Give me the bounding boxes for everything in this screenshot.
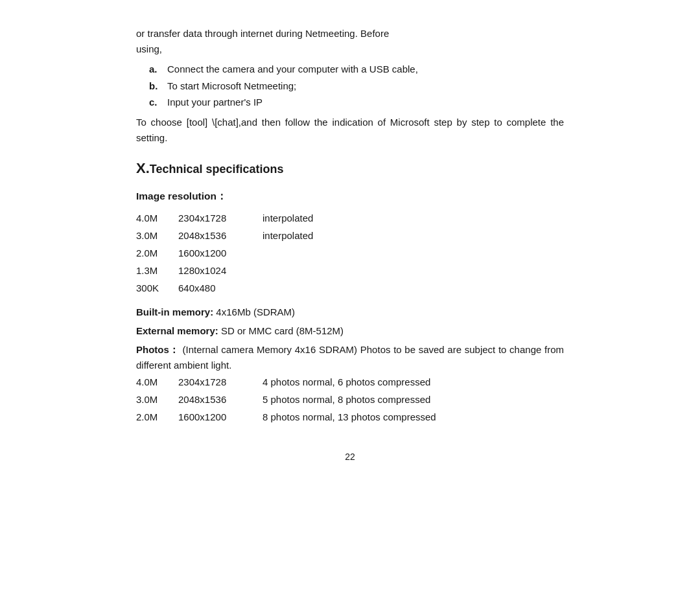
photos-mp-1: 3.0M: [136, 391, 178, 408]
res-mp-3: 1.3M: [136, 262, 178, 279]
photos-row-1: 3.0M 2048x1536 5 photos normal, 8 photos…: [136, 391, 564, 408]
res-dim-1: 2048x1536: [178, 227, 262, 244]
photos-mp-2: 2.0M: [136, 408, 178, 426]
photos-paragraph: Photos： (Internal camera Memory 4x16 SDR…: [136, 342, 564, 373]
resolution-row-0: 4.0M 2304x1728 interpolated: [136, 209, 564, 227]
follow-text: To choose [tool] \[chat],and then follow…: [136, 117, 564, 143]
photos-section: Photos： (Internal camera Memory 4x16 SDR…: [136, 342, 564, 426]
photos-desc-2: 8 photos normal, 13 photos compressed: [262, 408, 564, 426]
list-item-b: b. To start Microsoft Netmeeting;: [149, 78, 564, 95]
res-mp-1: 3.0M: [136, 227, 178, 244]
page-container: or transfer data through internet during…: [97, 0, 603, 501]
list-content-b: To start Microsoft Netmeeting;: [167, 78, 564, 95]
external-memory-value: SD or MMC card (8M-512M): [218, 325, 344, 336]
photos-mp-0: 4.0M: [136, 373, 178, 391]
list-label-b: b.: [149, 78, 167, 95]
photos-row-2: 2.0M 1600x1200 8 photos normal, 13 photo…: [136, 408, 564, 426]
builtin-memory-label: Built-in memory:: [136, 306, 213, 317]
photos-dim-2: 1600x1200: [178, 408, 262, 426]
list-label-a: a.: [149, 61, 167, 78]
res-mp-2: 2.0M: [136, 244, 178, 262]
list-label-c: c.: [149, 94, 167, 111]
res-dim-3: 1280x1024: [178, 262, 262, 279]
image-resolution-heading: Image resolution：: [136, 189, 564, 203]
intro-line1: or transfer data through internet during…: [136, 28, 389, 39]
list-items: a. Connect the camera and your computer …: [149, 61, 564, 111]
builtin-memory-value: 4x16Mb (SDRAM): [213, 306, 295, 317]
photos-table: 4.0M 2304x1728 4 photos normal, 6 photos…: [136, 373, 564, 426]
photos-dim-0: 2304x1728: [178, 373, 262, 391]
builtin-memory-line: Built-in memory: 4x16Mb (SDRAM): [136, 303, 564, 321]
photos-desc-0: 4 photos normal, 6 photos compressed: [262, 373, 564, 391]
photos-label: Photos：: [136, 344, 180, 355]
list-content-a: Connect the camera and your computer wit…: [167, 61, 564, 78]
res-dim-2: 1600x1200: [178, 244, 262, 262]
resolution-row-3: 1.3M 1280x1024: [136, 262, 564, 279]
follow-paragraph: To choose [tool] \[chat],and then follow…: [136, 115, 564, 146]
intro-line2: using,: [136, 43, 162, 54]
external-memory-line: External memory: SD or MMC card (8M-512M…: [136, 322, 564, 339]
external-memory-label: External memory:: [136, 325, 218, 336]
section-title-text: Technical specifications: [150, 163, 284, 176]
res-desc-1: interpolated: [262, 227, 564, 244]
res-desc-0: interpolated: [262, 209, 564, 227]
resolution-row-4: 300K 640x480: [136, 279, 564, 297]
photos-description: (Internal camera Memory 4x16 SDRAM) Phot…: [136, 344, 564, 371]
section-title: X.Technical specifications: [136, 159, 564, 179]
resolution-row-2: 2.0M 1600x1200: [136, 244, 564, 262]
page-number: 22: [136, 452, 564, 462]
intro-paragraph: or transfer data through internet during…: [136, 26, 564, 57]
res-dim-0: 2304x1728: [178, 209, 262, 227]
photos-desc-1: 5 photos normal, 8 photos compressed: [262, 391, 564, 408]
list-content-c: Input your partner's IP: [167, 94, 564, 111]
resolution-row-1: 3.0M 2048x1536 interpolated: [136, 227, 564, 244]
resolution-table: 4.0M 2304x1728 interpolated 3.0M 2048x15…: [136, 209, 564, 297]
list-item-a: a. Connect the camera and your computer …: [149, 61, 564, 78]
section-x-prefix: X.: [136, 160, 150, 176]
photos-dim-1: 2048x1536: [178, 391, 262, 408]
res-dim-4: 640x480: [178, 279, 262, 297]
list-item-c: c. Input your partner's IP: [149, 94, 564, 111]
res-mp-4: 300K: [136, 279, 178, 297]
photos-row-0: 4.0M 2304x1728 4 photos normal, 6 photos…: [136, 373, 564, 391]
res-mp-0: 4.0M: [136, 209, 178, 227]
